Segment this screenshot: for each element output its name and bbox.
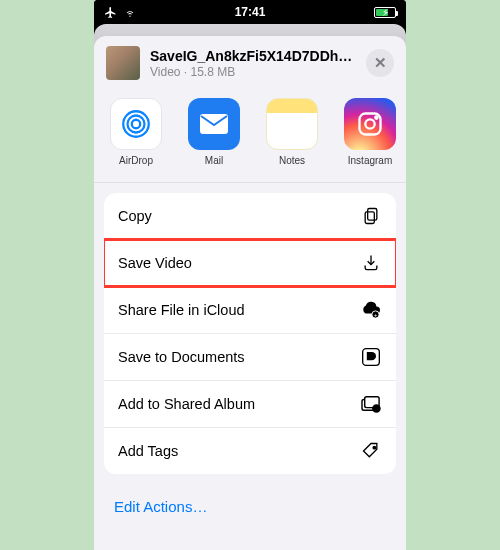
- svg-text:+: +: [374, 312, 377, 318]
- close-icon: ✕: [374, 54, 387, 72]
- tag-icon: [360, 440, 382, 462]
- actions-list: Copy Save Video Share File in iCloud + S…: [104, 193, 396, 474]
- sheet-header: SaveIG_An8kzFi5X14D7DDhXM... Video · 15.…: [94, 36, 406, 92]
- mail-icon: [188, 98, 240, 150]
- airplane-mode-icon: [104, 6, 117, 19]
- action-label: Save to Documents: [118, 349, 245, 365]
- svg-point-6: [375, 116, 377, 118]
- share-target-airdrop[interactable]: AirDrop: [108, 98, 164, 166]
- action-shared-album[interactable]: Add to Shared Album +: [104, 381, 396, 428]
- phone-frame: 17:41 ⚡︎ SaveIG_An8kzFi5X14D7DDhXM... Vi…: [94, 0, 406, 550]
- action-add-tags[interactable]: Add Tags: [104, 428, 396, 474]
- action-copy[interactable]: Copy: [104, 193, 396, 240]
- action-label: Save Video: [118, 255, 192, 271]
- wifi-icon: [123, 7, 137, 18]
- share-target-mail[interactable]: Mail: [186, 98, 242, 166]
- action-save-video[interactable]: Save Video: [104, 240, 396, 287]
- notes-icon: [266, 98, 318, 150]
- copy-icon: [360, 205, 382, 227]
- battery-icon: ⚡︎: [374, 7, 396, 18]
- instagram-icon: [344, 98, 396, 150]
- action-label: Share File in iCloud: [118, 302, 245, 318]
- action-label: Add to Shared Album: [118, 396, 255, 412]
- share-target-instagram[interactable]: Instagram: [342, 98, 398, 166]
- airdrop-icon: [110, 98, 162, 150]
- action-share-icloud[interactable]: Share File in iCloud +: [104, 287, 396, 334]
- shared-album-icon: +: [360, 393, 382, 415]
- status-bar-time: 17:41: [94, 5, 406, 19]
- file-thumbnail: [106, 46, 140, 80]
- file-subtitle: Video · 15.8 MB: [150, 65, 356, 79]
- svg-text:+: +: [375, 406, 378, 412]
- download-icon: [360, 252, 382, 274]
- svg-point-5: [365, 119, 374, 128]
- documents-app-icon: [360, 346, 382, 368]
- status-bar: 17:41 ⚡︎: [94, 0, 406, 24]
- svg-rect-8: [365, 212, 374, 224]
- action-save-documents[interactable]: Save to Documents: [104, 334, 396, 381]
- edit-actions-link[interactable]: Edit Actions…: [94, 484, 406, 533]
- svg-point-1: [128, 116, 145, 133]
- share-targets-row[interactable]: AirDrop Mail Notes Instagram: [94, 92, 406, 183]
- icloud-share-icon: +: [360, 299, 382, 321]
- svg-point-16: [373, 446, 376, 449]
- close-button[interactable]: ✕: [366, 49, 394, 77]
- share-target-notes[interactable]: Notes: [264, 98, 320, 166]
- svg-rect-7: [368, 209, 377, 221]
- share-sheet: SaveIG_An8kzFi5X14D7DDhXM... Video · 15.…: [94, 36, 406, 550]
- svg-point-0: [132, 120, 141, 129]
- file-name-label: SaveIG_An8kzFi5X14D7DDhXM...: [150, 48, 356, 64]
- action-label: Add Tags: [118, 443, 178, 459]
- action-label: Copy: [118, 208, 152, 224]
